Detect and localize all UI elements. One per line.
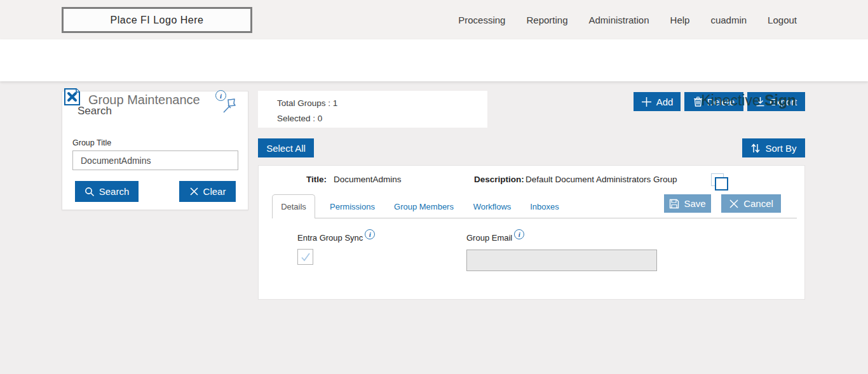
selected-count: Selected : 0 (277, 114, 322, 123)
top-bar: Place FI Logo Here Processing Reporting … (0, 0, 868, 39)
total-groups-count: Total Groups : 1 (277, 98, 337, 108)
group-description-label: Description: (474, 175, 524, 184)
nav-logout[interactable]: Logout (768, 15, 797, 25)
search-icon (85, 187, 95, 197)
tab-group-members[interactable]: Group Members (389, 194, 459, 218)
entra-group-sync-label: Entra Group Sync (297, 233, 363, 243)
top-navigation: Processing Reporting Administration Help… (458, 0, 797, 39)
checkmark-icon (300, 251, 311, 263)
select-all-button[interactable]: Select All (258, 138, 314, 157)
fi-logo-placeholder[interactable]: Place FI Logo Here (62, 7, 252, 33)
tab-permissions[interactable]: Permissions (322, 194, 383, 218)
clear-button-label: Clear (203, 186, 226, 197)
search-panel: Search Group Title Search Clear (62, 91, 248, 210)
nav-help[interactable]: Help (670, 15, 690, 25)
group-title-field-value: DocumentAdmins (334, 175, 402, 184)
group-title-input[interactable] (72, 150, 238, 170)
search-button-label: Search (99, 186, 130, 197)
cancel-button-label: Cancel (743, 198, 773, 209)
cancel-button[interactable]: Cancel (721, 194, 781, 213)
select-all-label: Select All (266, 143, 306, 154)
close-icon (189, 187, 199, 196)
save-button[interactable]: Save (664, 194, 711, 213)
group-description-value: Default Document Administrators Group (526, 175, 677, 184)
sort-by-button[interactable]: Sort By (742, 138, 805, 157)
tab-details[interactable]: Details (272, 194, 315, 218)
plus-icon (641, 97, 652, 107)
group-email-input[interactable] (466, 250, 657, 271)
add-button-label: Add (656, 97, 674, 107)
page: Place FI Logo Here Processing Reporting … (0, 0, 868, 374)
page-header: Group Maintenance i Kinective Sign (0, 39, 868, 81)
groups-summary: Total Groups : 1 Selected : 0 (258, 91, 487, 128)
entra-group-sync-checkbox[interactable] (297, 249, 313, 265)
group-email-label: Group Email (466, 233, 512, 243)
clear-button[interactable]: Clear (179, 181, 236, 202)
tab-workflows[interactable]: Workflows (465, 194, 519, 218)
group-maintenance-tools-icon (64, 88, 81, 105)
entra-group-sync-info-icon[interactable]: i (365, 229, 375, 239)
brand-name: Kinective (701, 92, 764, 109)
add-button[interactable]: Add (634, 92, 681, 111)
save-button-label: Save (684, 198, 705, 209)
brand-logo: Kinective Sign (701, 92, 796, 109)
group-email-info-icon[interactable]: i (514, 229, 524, 239)
cancel-x-icon (729, 199, 739, 209)
search-button[interactable]: Search (75, 181, 139, 202)
sort-arrows-icon (750, 143, 761, 154)
sort-by-label: Sort By (765, 143, 796, 154)
group-email-label-row: Group Email i (466, 233, 524, 243)
brand-product: Sign (764, 92, 796, 109)
copy-group-icon[interactable] (711, 173, 730, 192)
nav-processing[interactable]: Processing (458, 15, 505, 25)
tab-inboxes[interactable]: Inboxes (522, 194, 567, 218)
nav-cuadmin[interactable]: cuadmin (710, 15, 747, 25)
copy-icon-front-square (715, 177, 728, 190)
group-list-item: Title: DocumentAdmins Description: Defau… (258, 165, 805, 300)
save-floppy-icon (669, 199, 679, 209)
group-title-label: Group Title (72, 138, 111, 147)
group-title-field-label: Title: (306, 175, 327, 184)
nav-reporting[interactable]: Reporting (526, 15, 567, 25)
page-title-info-icon[interactable]: i (215, 90, 226, 101)
page-title: Group Maintenance (88, 93, 200, 107)
entra-group-sync-label-row: Entra Group Sync i (297, 233, 375, 243)
nav-administration[interactable]: Administration (589, 15, 649, 25)
